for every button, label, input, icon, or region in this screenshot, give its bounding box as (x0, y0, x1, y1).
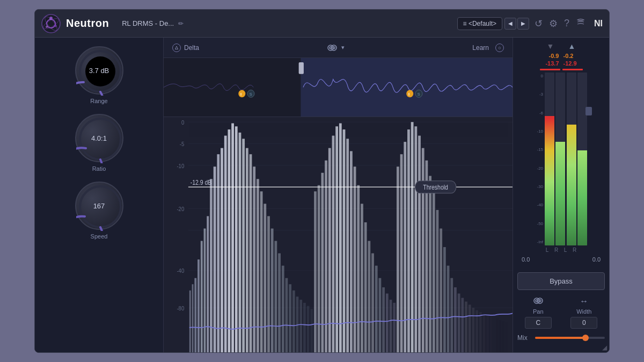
scale-50: -50 (537, 221, 544, 226)
svg-rect-28 (299, 62, 304, 74)
mix-label: Mix (517, 334, 531, 342)
meter-values-2: -13.7 -12.9 (545, 60, 576, 67)
mix-slider[interactable] (535, 337, 605, 339)
svg-point-143 (539, 300, 541, 302)
meter-bottom-right: 0.0 (592, 256, 601, 263)
monitor-dropdown[interactable]: ▾ (341, 44, 345, 51)
prev-preset-button[interactable]: ◀ (504, 18, 516, 30)
svg-rect-62 (246, 148, 248, 352)
delta-label: Delta (184, 44, 199, 52)
meter-bottom-values: 0.0 0.0 (517, 255, 605, 264)
svg-rect-128 (483, 314, 486, 352)
svg-rect-116 (440, 228, 442, 352)
range-knob-section: 3.7 dB Range (75, 46, 123, 104)
delta-button[interactable]: Δ Delta (172, 44, 199, 52)
scale-6: -6 (537, 111, 544, 115)
svg-rect-129 (486, 315, 489, 352)
meter-values-1: -0.9 -0.2 (549, 53, 574, 59)
next-preset-button[interactable]: ▶ (517, 18, 529, 30)
delta-icon: Δ (172, 44, 181, 52)
svg-text:0: 0 (181, 119, 184, 126)
pan-icon-svg (533, 297, 544, 305)
svg-rect-122 (461, 298, 464, 352)
svg-rect-74 (289, 284, 291, 352)
svg-rect-101 (386, 294, 389, 353)
svg-rect-134 (502, 321, 504, 352)
ratio-knob[interactable]: 4.0:1 (75, 114, 123, 162)
meter-val-2a: -13.7 (545, 60, 559, 67)
resize-handle-icon[interactable]: ◢ (602, 344, 607, 351)
svg-text:-12.9 dB: -12.9 dB (191, 178, 212, 186)
monitor-button[interactable]: ▾ (327, 44, 345, 52)
meter-bar-l1 (545, 73, 554, 245)
svg-rect-50 (204, 228, 206, 352)
svg-rect-72 (282, 266, 284, 352)
undo-icon[interactable]: ↺ (535, 18, 543, 30)
speed-knob[interactable]: 167 (75, 182, 123, 230)
meter-bottom-left: 0.0 (522, 256, 530, 263)
mix-slider-thumb[interactable] (582, 335, 589, 341)
clip-r (562, 69, 583, 70)
svg-text:-80: -80 (177, 305, 184, 312)
scale-inf: -Inf (537, 240, 544, 244)
meter-arrows-top: ▼ ▲ (540, 42, 583, 50)
svg-rect-113 (429, 176, 431, 353)
svg-text:-40: -40 (177, 267, 184, 274)
r-label-2: R (573, 247, 576, 253)
svg-rect-51 (207, 216, 209, 352)
waveform-svg-left: I S I S I S (164, 58, 513, 117)
meter-fill-l1 (545, 116, 554, 246)
preset-selector[interactable]: ≡ <Default> (457, 17, 502, 30)
learn-icon[interactable] (576, 17, 586, 30)
header-icons: ↺ ⚙ ? NI (535, 17, 603, 30)
settings-icon[interactable]: ⚙ (549, 18, 558, 30)
ratio-label: Ratio (92, 165, 106, 172)
mix-slider-fill (535, 337, 586, 339)
waveform-display: I S I S I S (164, 58, 513, 117)
scale-40: -40 (537, 202, 544, 207)
svg-rect-64 (253, 166, 255, 352)
l-label-2: L (564, 247, 567, 253)
svg-rect-121 (458, 294, 460, 353)
svg-rect-119 (450, 278, 453, 352)
center-panel: Δ Delta ▾ Learn (164, 38, 513, 352)
pan-value[interactable]: C (525, 317, 552, 329)
range-label: Range (90, 98, 107, 104)
svg-rect-20 (406, 90, 413, 97)
speed-label: Speed (91, 233, 108, 240)
meter-scale-left: 0 -3 -6 -10 -15 -20 -30 -40 -50 -Inf (537, 73, 544, 245)
svg-rect-15 (301, 58, 513, 117)
help-icon[interactable]: ? (564, 18, 569, 29)
learn-button[interactable]: Learn (472, 44, 489, 52)
svg-rect-102 (390, 300, 392, 352)
svg-rect-107 (407, 129, 410, 352)
svg-rect-130 (490, 316, 492, 352)
svg-rect-115 (436, 210, 439, 352)
meter-up-arrow-right: ▲ (568, 42, 576, 50)
svg-rect-57 (228, 129, 230, 352)
svg-rect-87 (335, 126, 338, 352)
learn-circle-icon[interactable]: ○ (495, 44, 504, 52)
svg-text:I: I (240, 92, 241, 97)
speed-knob-section: 167 Speed (75, 182, 123, 240)
svg-rect-120 (454, 287, 457, 352)
range-knob[interactable]: 3.7 dB (75, 46, 123, 95)
edit-preset-icon[interactable]: ✏ (178, 20, 184, 27)
meter-fill-l2 (567, 125, 576, 245)
scale-15: -15 (537, 147, 544, 152)
width-value[interactable]: 0 (570, 317, 597, 329)
scale-20: -20 (537, 166, 544, 171)
svg-rect-58 (231, 124, 234, 352)
svg-rect-90 (346, 139, 349, 352)
range-value: 3.7 dB (89, 67, 109, 75)
bypass-button[interactable]: Bypass (517, 272, 605, 290)
svg-rect-93 (357, 185, 360, 352)
svg-rect-75 (292, 291, 295, 352)
svg-rect-96 (368, 241, 370, 352)
svg-rect-80 (310, 309, 313, 352)
svg-rect-45 (189, 291, 191, 352)
svg-rect-54 (217, 154, 219, 352)
right-panel: ▼ ▲ -0.9 -0.2 -13.7 -12.9 (513, 38, 609, 352)
midi-learn-icon (576, 17, 586, 27)
svg-rect-78 (303, 303, 306, 352)
